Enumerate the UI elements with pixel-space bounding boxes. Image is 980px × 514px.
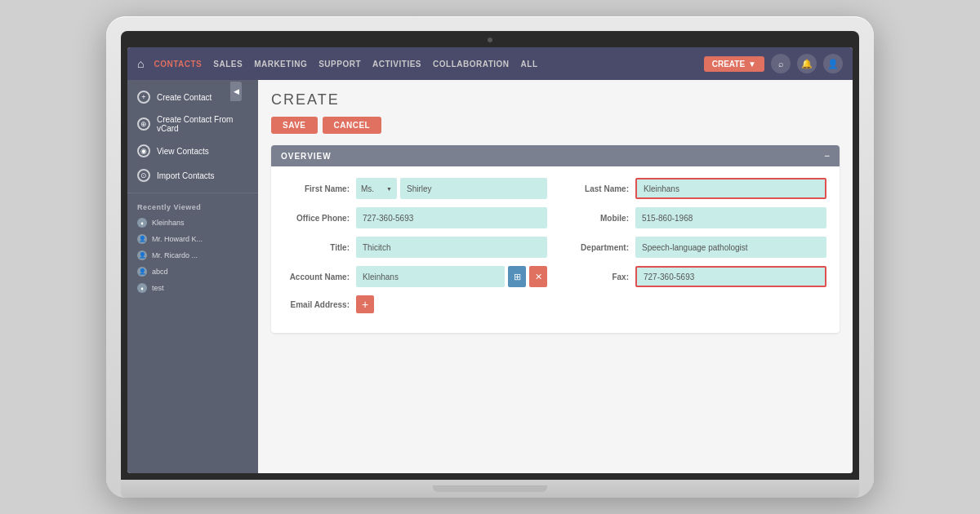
main-area: + Create Contact ⊕ Create Contact From v… (127, 80, 853, 473)
form-group-fax: Fax: (564, 266, 826, 287)
recent-abcd-label: abcd (152, 268, 168, 276)
account-name-input[interactable] (356, 266, 505, 287)
home-icon[interactable]: ⌂ (137, 57, 144, 70)
recent-howard-icon: 👤 (137, 234, 147, 244)
create-vcard-label: Create Contact From vCard (157, 115, 248, 133)
fax-label: Fax: (564, 273, 629, 281)
recent-ricardo-label: Mr. Ricardo ... (152, 251, 198, 259)
recent-test-icon: ♦ (137, 283, 147, 293)
form-group-email: Email Address: + (284, 295, 547, 313)
nav-activities[interactable]: ACTIVITIES (372, 60, 421, 69)
nav-support[interactable]: SUPPORT (318, 60, 361, 69)
form-group-officephone: Office Phone: (284, 207, 547, 228)
camera-dot (488, 38, 492, 42)
nav-collaboration[interactable]: COLLABORATION (433, 60, 510, 69)
create-label: CREATE (712, 60, 745, 69)
name-prefix-select[interactable]: Ms. ▼ (356, 178, 397, 199)
title-label: Title: (284, 243, 350, 252)
form-row-name: First Name: Ms. ▼ (284, 178, 826, 199)
recent-item-kleinhans[interactable]: ♦ Kleinhans (127, 215, 258, 231)
mobile-input[interactable] (635, 207, 826, 228)
create-contact-label: Create Contact (157, 93, 212, 102)
create-contact-icon: + (137, 91, 150, 104)
mobile-label: Mobile: (564, 214, 629, 223)
account-clear-button[interactable]: ✕ (529, 266, 547, 287)
save-button[interactable]: SAVE (271, 117, 318, 134)
form-row-phone: Office Phone: Mobile: (284, 207, 826, 228)
name-prefix-value: Ms. (361, 184, 374, 193)
department-input[interactable] (635, 237, 826, 258)
first-name-inputs: Ms. ▼ (356, 178, 547, 199)
fax-input[interactable] (635, 266, 826, 287)
title-input[interactable] (356, 237, 547, 258)
recent-item-ricardo[interactable]: 👤 Mr. Ricardo ... (127, 247, 258, 264)
email-add-button[interactable]: + (356, 295, 374, 313)
topnav: ⌂ CONTACTS SALES MARKETING SUPPORT ACTIV… (127, 47, 853, 80)
first-name-label: First Name: (284, 184, 350, 193)
form-row-email: Email Address: + (284, 295, 826, 313)
sidebar-item-view-contacts[interactable]: ◉ View Contacts (127, 139, 258, 163)
cancel-button[interactable]: CANCEL (323, 117, 382, 134)
last-name-input[interactable] (635, 178, 826, 199)
form-row-title: Title: Department: (284, 237, 826, 258)
search-icon[interactable]: ⌕ (771, 54, 791, 73)
create-vcard-icon: ⊕ (137, 117, 150, 131)
section-collapse-icon[interactable]: − (824, 150, 830, 162)
recent-abcd-icon: 👤 (137, 267, 147, 277)
form-group-accountname: Account Name: ⊞ ✕ (284, 266, 547, 287)
form-group-mobile: Mobile: (564, 207, 826, 228)
email-label: Email Address: (284, 300, 350, 309)
recent-howard-label: Mr. Howard K... (152, 235, 203, 243)
recent-item-howard[interactable]: 👤 Mr. Howard K... (127, 231, 258, 247)
name-prefix-arrow-icon: ▼ (386, 186, 392, 192)
create-button[interactable]: CREATE ▼ (704, 56, 764, 72)
import-contacts-icon: ⊙ (137, 169, 150, 182)
form-body: First Name: Ms. ▼ (271, 166, 840, 333)
laptop-outer: ⌂ CONTACTS SALES MARKETING SUPPORT ACTIV… (106, 16, 874, 498)
section-header: OVERVIEW − (271, 145, 840, 166)
nav-marketing[interactable]: MARKETING (254, 60, 307, 69)
sidebar-divider (127, 193, 258, 193)
sidebar-item-import-contacts[interactable]: ⊙ Import Contacts (127, 163, 258, 188)
sidebar-collapse-button[interactable]: ◀ (230, 82, 242, 101)
nav-sales[interactable]: SALES (213, 60, 243, 69)
laptop-base (121, 480, 859, 498)
account-select-button[interactable]: ⊞ (508, 266, 526, 287)
laptop-notch (433, 485, 547, 492)
recent-item-test[interactable]: ♦ test (127, 280, 258, 296)
recent-item-abcd[interactable]: 👤 abcd (127, 264, 258, 280)
form-row-account: Account Name: ⊞ ✕ Fax: (284, 266, 826, 287)
import-contacts-label: Import Contacts (157, 171, 215, 180)
office-phone-input[interactable] (356, 207, 547, 228)
recent-test-label: test (152, 284, 164, 292)
nav-items: CONTACTS SALES MARKETING SUPPORT ACTIVIT… (154, 60, 703, 69)
sidebar: + Create Contact ⊕ Create Contact From v… (127, 80, 258, 473)
screen: ⌂ CONTACTS SALES MARKETING SUPPORT ACTIV… (127, 47, 853, 473)
sidebar-item-create-vcard[interactable]: ⊕ Create Contact From vCard (127, 109, 258, 139)
form-group-department: Department: (564, 237, 826, 258)
create-arrow-icon: ▼ (748, 60, 756, 69)
user-icon[interactable]: 👤 (823, 54, 843, 73)
nav-all[interactable]: ALL (521, 60, 538, 69)
section-title: OVERVIEW (281, 152, 332, 161)
recent-ricardo-icon: 👤 (137, 250, 147, 260)
form-section-overview: OVERVIEW − First Name: Ms. (271, 145, 840, 333)
bell-icon[interactable]: 🔔 (797, 54, 817, 73)
view-contacts-label: View Contacts (157, 147, 209, 156)
first-name-input[interactable] (400, 178, 547, 199)
view-contacts-icon: ◉ (137, 144, 150, 157)
recently-viewed-title: Recently Viewed (127, 198, 258, 215)
account-name-inputs: ⊞ ✕ (356, 266, 547, 287)
topnav-right: CREATE ▼ ⌕ 🔔 👤 (704, 54, 843, 73)
action-buttons: SAVE CANCEL (271, 117, 840, 134)
form-group-lastname: Last Name: (564, 178, 826, 199)
recent-kleinhans-icon: ♦ (137, 218, 147, 228)
nav-contacts[interactable]: CONTACTS (154, 60, 202, 69)
recent-kleinhans-label: Kleinhans (152, 219, 185, 227)
form-group-firstname: First Name: Ms. ▼ (284, 178, 547, 199)
form-group-title: Title: (284, 237, 547, 258)
account-name-label: Account Name: (284, 273, 350, 281)
laptop-bezel: ⌂ CONTACTS SALES MARKETING SUPPORT ACTIV… (121, 31, 859, 480)
last-name-label: Last Name: (564, 184, 629, 193)
page-title: CREATE (271, 91, 840, 109)
